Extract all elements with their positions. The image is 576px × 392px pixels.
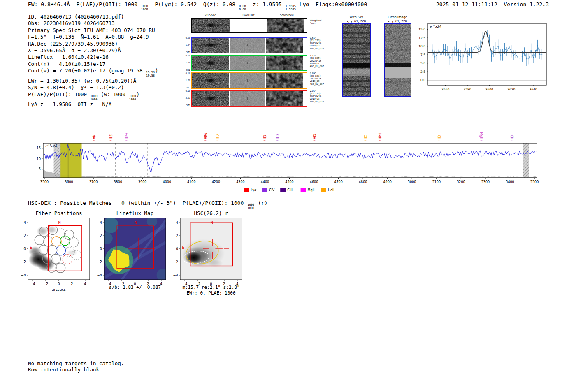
- svg-text:5500: 5500: [530, 180, 539, 184]
- text-segment: Lyα Flags:0x00004000: [296, 1, 367, 7]
- svg-text:2.5: 2.5: [420, 70, 425, 74]
- text-segment: (r): [255, 200, 267, 206]
- svg-text:3580: 3580: [463, 88, 471, 91]
- svg-text:CII (: CII (: [262, 135, 266, 141]
- svg-text:E: E: [30, 246, 32, 250]
- text-segment: RA,Dec (225.279739,45.990936): [28, 41, 118, 47]
- elixer-report-page: { "header": { "left_segments": [ {"t": "…: [0, 0, 576, 392]
- stacked-fraction: 10001000: [247, 204, 255, 210]
- svg-text:0: 0: [100, 247, 102, 251]
- svg-text:5.0: 5.0: [420, 61, 425, 65]
- svg-text:−2: −2: [43, 282, 49, 286]
- svg-text:15: 15: [37, 146, 41, 150]
- svg-text:−4: −4: [30, 282, 35, 286]
- text-segment: Cont(w) = 7.20(±0.02)e-17 (gmag 19.58: [28, 67, 146, 74]
- text-segment: Obs: 20230416v019_4026460713: [28, 20, 115, 26]
- text-segment: P(Lyα): 0.542 Q(z): 0.08: [149, 1, 239, 7]
- cutout-row-annotation: 0.89"(60, 887)20230416v019_03403_RU_097: [310, 72, 334, 85]
- report-datetime: 2025-01-12 11:11:12: [436, 1, 497, 7]
- noise-image: [192, 19, 230, 32]
- cutout-row-annotation: 0.61"(61, 720)20230416v019_02403_RU_078: [310, 37, 334, 50]
- svg-text:5200: 5200: [457, 180, 465, 184]
- header-stats: EW: 0.8±46.4Å P(LAE)/P(OII): 1000 100010…: [28, 1, 367, 12]
- cutout-column-header: Smoothed: [268, 14, 306, 17]
- svg-text:10: 10: [37, 157, 41, 161]
- svg-text:5: 5: [39, 167, 41, 171]
- svg-text:CIII (: CIII (: [275, 134, 279, 141]
- svg-text:NV (: NV (: [92, 135, 95, 141]
- info-line: Obs: 20230416v019_4026460713: [28, 20, 193, 27]
- svg-text:2: 2: [176, 234, 178, 238]
- weighted-sum-row: [191, 18, 307, 33]
- svg-text:3900: 3900: [138, 180, 146, 184]
- svg-text:5300: 5300: [481, 180, 490, 184]
- info-line: λ = 3596.65Å σ = 2.30(±0.79)Å: [28, 47, 193, 54]
- cutout-row-left-labels: 0.501.44371: [184, 37, 190, 53]
- noise-image: [230, 38, 265, 53]
- svg-text:CIII (: CIII (: [215, 134, 219, 141]
- detection-info-block: ID: 4026460713 (4026460713.pdf)Obs: 2023…: [28, 14, 193, 108]
- info-line: Primary Spec_Slot_IFU_AMP: 403_074_070_R…: [28, 27, 193, 34]
- svg-text:CIV: CIV: [269, 188, 275, 192]
- svg-text:−4: −4: [97, 273, 102, 277]
- report-version: Version 1.22.3: [504, 1, 549, 7]
- cutout-row-left-labels: 0.101.29352: [184, 72, 190, 89]
- svg-text:CIV (: CIV (: [312, 134, 316, 141]
- text-segment: F=1.5" T=0.136 N̄=1.61 A=0.88 ḡ=24.9: [28, 34, 149, 40]
- noise-image: [192, 56, 229, 70]
- text-segment: Cont(n) = 4.10(±0.15)e-17: [28, 61, 105, 67]
- spec2d-cutout-grid: 2D SpecPixel FlatSmoothedWeightedSum0.50…: [184, 14, 335, 109]
- cutout-row-left-labels: 0.141.00352: [184, 55, 190, 71]
- cutout-column-header: 2D Spec: [191, 14, 229, 17]
- cutout-row: [191, 72, 307, 89]
- svg-text:−4: −4: [21, 273, 26, 277]
- svg-text:10.0: 10.0: [418, 44, 425, 48]
- svg-text:3700: 3700: [89, 180, 98, 184]
- noise-image: [192, 73, 229, 88]
- text-segment: λ = 3596.65Å σ = 2.30(±0.79)Å: [28, 47, 121, 53]
- stacked-fraction: 19.5819.58: [146, 71, 155, 78]
- noise-image: [230, 73, 265, 88]
- svg-text:4: 4: [24, 220, 26, 225]
- text-segment: ): [137, 91, 140, 97]
- svg-text:4400: 4400: [261, 180, 269, 184]
- text-segment: S/N = 4.8(±0.4) χ² = 1.3(±0.2): [28, 84, 124, 90]
- stacked-fraction: 0.080.08: [239, 5, 246, 12]
- cutout-row: [191, 55, 307, 71]
- noise-image: [266, 73, 303, 88]
- info-line: Cont(w) = 7.20(±0.02)e-17 (gmag 19.58 19…: [28, 67, 193, 78]
- svg-text:4500: 4500: [285, 180, 293, 184]
- svg-text:0: 0: [24, 247, 26, 251]
- svg-text:MgII (: MgII (: [479, 132, 483, 141]
- svg-text:SiIV (: SiIV (: [203, 133, 207, 141]
- svg-text:4: 4: [100, 220, 102, 225]
- info-line: F=1.5" T=0.136 N̄=1.61 A=0.88 ḡ=24.9: [28, 34, 193, 40]
- svg-text:0.0: 0.0: [420, 78, 425, 82]
- pixel-flat-blank: [230, 19, 266, 32]
- cutout-row: [191, 37, 307, 53]
- info-line: RA,Dec (225.279739,45.990936): [28, 41, 193, 47]
- svg-text:5000: 5000: [408, 180, 416, 184]
- text-segment: z: 1.9595: [246, 1, 285, 7]
- svg-text:0: 0: [58, 282, 60, 286]
- catalog-note-1: No matching targets in catalog.: [28, 360, 124, 366]
- svg-text:2: 2: [71, 282, 73, 286]
- svg-text:CII (: CII (: [510, 135, 513, 141]
- svg-text:Lyα: Lyα: [251, 188, 257, 192]
- cutout-column-header: Pixel Flat: [230, 14, 267, 17]
- with-sky-image: [342, 23, 371, 97]
- info-line: P(LAE)/P(OII): 1000 10001000 (w: 1000 10…: [28, 91, 193, 102]
- svg-text:OII (: OII (: [363, 135, 367, 141]
- fiber-positions-panel: −4−4−2−2002244arcsecsNE: [12, 216, 99, 298]
- text-segment: ID: 4026460713 (4026460713.pdf): [28, 14, 124, 20]
- svg-text:−2: −2: [21, 260, 26, 264]
- svg-text:4700: 4700: [334, 180, 342, 184]
- svg-text:−2: −2: [173, 260, 178, 264]
- catalog-note-2: Row intentionally blank.: [28, 366, 102, 373]
- svg-text:2: 2: [100, 234, 102, 238]
- svg-text:N: N: [210, 220, 213, 225]
- clean-image: [384, 23, 411, 97]
- svg-text:5400: 5400: [506, 180, 514, 184]
- svg-text:4: 4: [84, 282, 86, 286]
- svg-text:CII (: CII (: [437, 135, 441, 141]
